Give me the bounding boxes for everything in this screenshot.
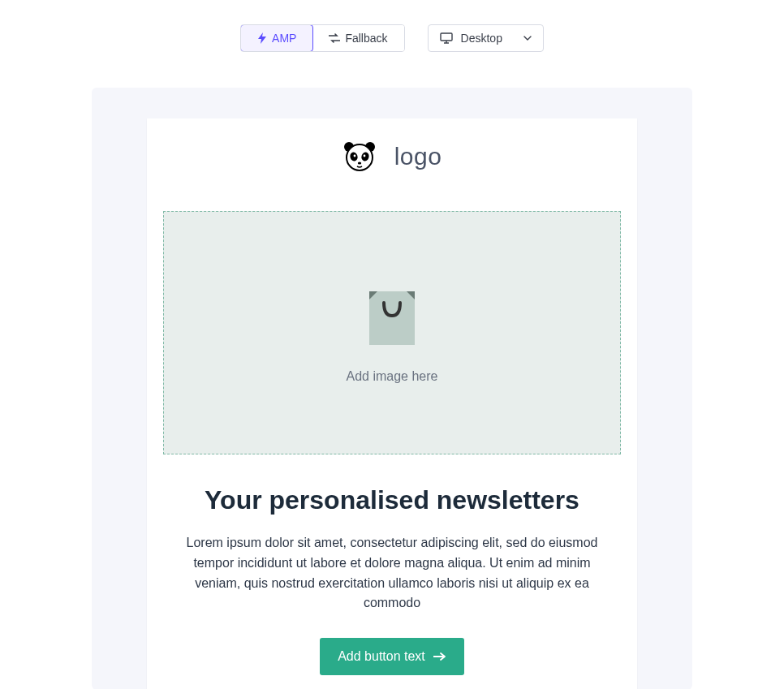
swap-icon bbox=[329, 33, 340, 43]
shopping-bag-icon bbox=[366, 282, 418, 347]
fallback-tab-label: Fallback bbox=[345, 32, 387, 45]
lightning-icon bbox=[257, 32, 267, 44]
amp-tab[interactable]: AMP bbox=[240, 24, 313, 52]
cta-button[interactable]: Add button text bbox=[320, 638, 464, 675]
preview-toolbar: AMP Fallback Desktop bbox=[0, 0, 784, 70]
preview-stage: logo Add image here Your personalised ne… bbox=[92, 88, 692, 689]
headline[interactable]: Your personalised newsletters bbox=[163, 485, 621, 515]
monitor-icon bbox=[440, 32, 453, 44]
chevron-down-icon bbox=[523, 36, 532, 41]
svg-rect-0 bbox=[441, 33, 452, 41]
logo-text: logo bbox=[394, 143, 442, 170]
svg-point-8 bbox=[357, 161, 360, 164]
svg-point-7 bbox=[363, 155, 365, 157]
image-placeholder[interactable]: Add image here bbox=[163, 211, 621, 454]
logo-block[interactable]: logo bbox=[163, 141, 621, 172]
svg-point-6 bbox=[353, 155, 355, 157]
amp-tab-label: AMP bbox=[272, 32, 296, 45]
fallback-tab[interactable]: Fallback bbox=[312, 25, 403, 51]
version-toggle: AMP Fallback bbox=[240, 24, 404, 52]
panda-icon bbox=[342, 141, 377, 172]
email-canvas[interactable]: logo Add image here Your personalised ne… bbox=[147, 118, 637, 689]
image-placeholder-label: Add image here bbox=[347, 369, 438, 384]
device-dropdown-label: Desktop bbox=[461, 32, 502, 45]
device-dropdown[interactable]: Desktop bbox=[428, 24, 544, 52]
svg-rect-9 bbox=[369, 291, 415, 345]
cta-button-label: Add button text bbox=[338, 649, 425, 664]
arrow-right-icon bbox=[433, 652, 446, 661]
body-text[interactable]: Lorem ipsum dolor sit amet, consectetur … bbox=[163, 533, 621, 614]
